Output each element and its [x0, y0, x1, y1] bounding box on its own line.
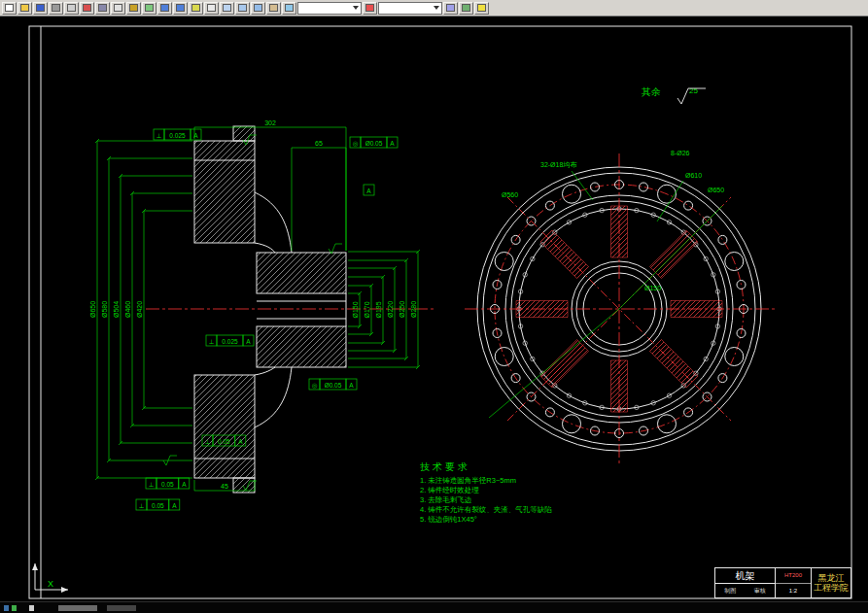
tolerance-frame: ⊥0.025A	[154, 129, 201, 140]
open-file-icon[interactable]	[17, 2, 32, 15]
tolerance-text: A	[246, 338, 251, 345]
dimension-label: Ø580	[101, 301, 108, 318]
dimension-label: 45	[221, 483, 228, 490]
properties-icon[interactable]	[443, 2, 458, 15]
annotations: 32-Ø18均布8-Ø26Ø610Ø650Ø560Ø150其余25X	[48, 86, 724, 589]
layer-color-icon	[365, 4, 374, 12]
annotation-label: 25	[689, 86, 698, 95]
print-icon	[52, 4, 60, 12]
tolerance-text: 0.025	[222, 338, 238, 345]
dimension-label: 65	[315, 140, 323, 147]
tech-req-item: 3. 去除毛刺飞边	[420, 495, 605, 505]
zoom-window-icon[interactable]	[235, 2, 250, 15]
match-properties-icon	[145, 4, 154, 12]
taskbar-fragment	[29, 605, 34, 611]
tolerance-frame: ◎Ø0.05A	[350, 137, 398, 148]
match-properties-icon[interactable]	[142, 2, 156, 15]
chevron-down-icon[interactable]	[353, 6, 359, 10]
color-dropdown[interactable]	[378, 2, 442, 15]
annotation-label: 其余	[642, 86, 661, 97]
draw-label: 制图	[724, 587, 736, 596]
print-icon[interactable]	[49, 2, 63, 15]
tech-req-item: 2. 铸件经时效处理	[420, 486, 605, 495]
tolerance-text: ⊥	[209, 338, 215, 345]
layer-color-icon[interactable]	[363, 2, 377, 15]
taskbar-fragment	[12, 605, 17, 611]
tolerance-frame: ⊥0.05A	[202, 435, 246, 446]
undo-icon	[160, 4, 169, 12]
layer-dropdown[interactable]	[297, 2, 362, 15]
distance-icon	[269, 4, 278, 12]
annotation-label: Ø560	[502, 191, 518, 198]
open-file-icon	[20, 4, 29, 12]
new-file-icon[interactable]	[2, 2, 17, 15]
annotation-label: 32-Ø18均布	[540, 161, 577, 168]
paste-icon[interactable]	[126, 2, 141, 15]
annotation-label: Ø610	[685, 172, 702, 179]
tolerance-frame: ⊥0.05A	[146, 478, 190, 489]
paste-icon	[129, 4, 138, 12]
pan-icon[interactable]	[204, 2, 219, 15]
tolerance-text: 0.025	[169, 132, 186, 139]
layers-icon	[285, 4, 294, 12]
tolerance-text: Ø0.05	[325, 382, 342, 389]
dimension-label: Ø420	[136, 301, 143, 318]
print-preview-icon[interactable]	[64, 2, 79, 15]
zoom-window-icon	[238, 4, 247, 12]
tolerance-frame: ⊥0.025A	[206, 335, 254, 346]
tolerance-text: A	[390, 140, 395, 147]
dimension-label: Ø280	[410, 301, 417, 318]
dimension-label: Ø250	[399, 301, 405, 318]
dimension-label: Ø150	[352, 301, 359, 318]
tolerance-text: Ø0.05	[365, 140, 383, 147]
title-block: 机架 制图 审核 HT200 1:2 黑龙江 工程学院	[714, 567, 851, 598]
material-value: HT200	[776, 568, 811, 584]
dimension: Ø280	[348, 250, 420, 369]
undo-icon[interactable]	[157, 2, 172, 15]
scale-value: 1:2	[776, 584, 811, 598]
tolerance-text: ⊥	[139, 502, 145, 509]
cut-icon[interactable]	[95, 2, 110, 15]
osnap-icon	[191, 4, 200, 12]
copy-icon[interactable]	[111, 2, 125, 15]
part-name: 机架	[715, 568, 775, 584]
zoom-previous-icon	[254, 4, 262, 12]
dimension-label: Ø220	[387, 301, 394, 318]
annotation-label: Ø650	[708, 187, 724, 193]
check-label: 审核	[754, 587, 766, 596]
tolerance-frame: ⊥0.05A	[136, 499, 180, 510]
copy-icon	[114, 4, 122, 12]
tolerance-frame: ◎Ø0.05A	[309, 379, 357, 390]
zoom-realtime-icon[interactable]	[220, 2, 234, 15]
tolerance-text: A	[238, 438, 243, 445]
tech-req-item: 4. 铸件不允许有裂纹、夹渣、气孔等缺陷	[420, 505, 605, 515]
save-icon[interactable]	[33, 2, 48, 15]
dimension-label: Ø195	[375, 301, 382, 318]
dimension-label: Ø504	[113, 301, 120, 318]
spelling-icon[interactable]	[80, 2, 94, 15]
layers-icon[interactable]	[282, 2, 296, 15]
tolerance-text: A	[349, 382, 354, 389]
zoom-previous-icon[interactable]	[251, 2, 265, 15]
save-icon	[36, 4, 45, 12]
help-icon[interactable]	[474, 2, 489, 15]
tolerance-text: A	[182, 481, 187, 488]
chevron-down-icon[interactable]	[434, 6, 439, 10]
redo-icon[interactable]	[173, 2, 188, 15]
taskbar-fragment	[58, 605, 97, 611]
print-preview-icon	[67, 4, 76, 12]
tolerance-text: 0.05	[218, 438, 230, 445]
osnap-icon[interactable]	[189, 2, 203, 15]
design-center-icon[interactable]	[459, 2, 473, 15]
tolerance-text: ◎	[353, 140, 359, 147]
toolbar	[0, 0, 868, 17]
dimension-label: 302	[264, 119, 276, 126]
tolerance-text: 0.05	[161, 481, 174, 488]
front-view	[465, 153, 776, 464]
distance-icon[interactable]	[266, 2, 281, 15]
tolerance-text: ⊥	[149, 481, 155, 488]
organization-name: 黑龙江 工程学院	[812, 568, 851, 597]
annotation-label: 8-Ø26	[671, 150, 690, 156]
cut-icon	[98, 4, 107, 12]
taskbar-fragment	[107, 605, 136, 611]
